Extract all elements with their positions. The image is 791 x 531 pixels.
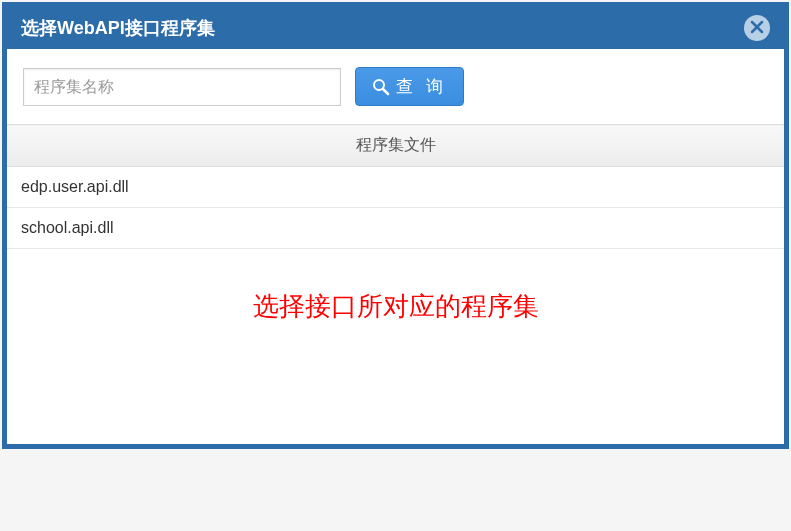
table-cell-file: edp.user.api.dll <box>7 167 784 208</box>
search-bar: 查 询 <box>7 49 784 124</box>
annotation-text: 选择接口所对应的程序集 <box>7 249 784 444</box>
search-icon <box>372 78 390 96</box>
table-header-file: 程序集文件 <box>7 125 784 167</box>
table-row[interactable]: edp.user.api.dll <box>7 167 784 208</box>
svg-line-3 <box>383 89 388 94</box>
table-row[interactable]: school.api.dll <box>7 208 784 249</box>
dialog-title: 选择WebAPI接口程序集 <box>21 16 215 40</box>
dialog-container: 选择WebAPI接口程序集 查 询 <box>2 2 789 449</box>
search-button-label: 查 询 <box>396 75 447 98</box>
assembly-name-input[interactable] <box>23 68 341 106</box>
table-cell-file: school.api.dll <box>7 208 784 249</box>
dialog-body: 查 询 程序集文件 edp.user.api.dll school.api.dl… <box>7 49 784 444</box>
close-icon <box>750 18 764 39</box>
assembly-table: 程序集文件 edp.user.api.dll school.api.dll <box>7 124 784 249</box>
search-button[interactable]: 查 询 <box>355 67 464 106</box>
dialog-header: 选择WebAPI接口程序集 <box>7 7 784 49</box>
close-button[interactable] <box>744 15 770 41</box>
